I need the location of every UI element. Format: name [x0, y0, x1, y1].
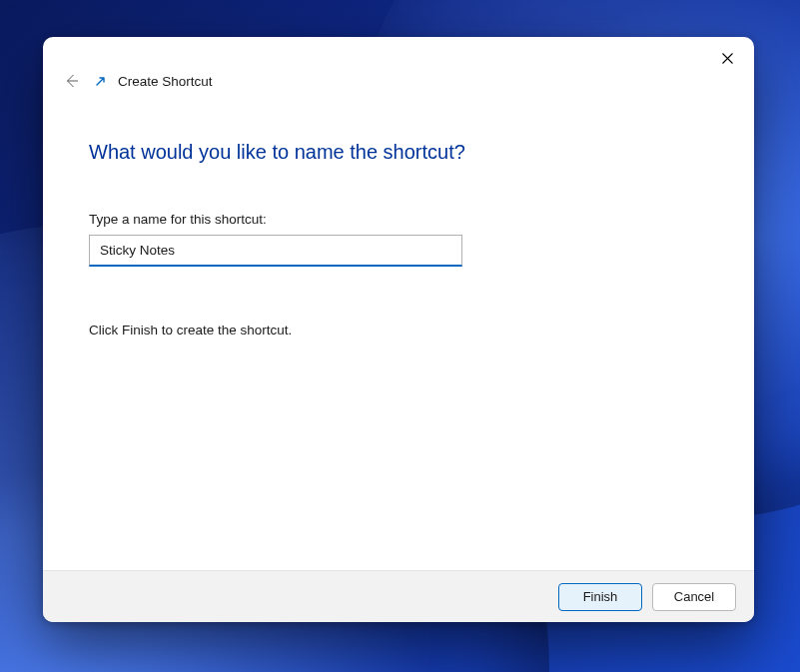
- shortcut-name-input[interactable]: [89, 235, 462, 267]
- create-shortcut-dialog: Create Shortcut What would you like to n…: [43, 37, 754, 622]
- cancel-button[interactable]: Cancel: [652, 583, 736, 611]
- name-field-label: Type a name for this shortcut:: [89, 212, 708, 227]
- close-button[interactable]: [706, 43, 748, 73]
- hint-text: Click Finish to create the shortcut.: [89, 323, 708, 337]
- page-heading: What would you like to name the shortcut…: [89, 141, 708, 164]
- titlebar: Create Shortcut: [43, 37, 754, 83]
- shortcut-icon: [94, 74, 108, 88]
- back-button[interactable]: [59, 69, 83, 93]
- button-bar: Finish Cancel: [43, 570, 754, 622]
- wizard-title: Create Shortcut: [118, 74, 213, 89]
- arrow-left-icon: [63, 73, 79, 89]
- close-icon: [722, 53, 733, 64]
- finish-button[interactable]: Finish: [558, 583, 642, 611]
- title-wrap: Create Shortcut: [94, 74, 213, 89]
- dialog-content: What would you like to name the shortcut…: [43, 83, 754, 570]
